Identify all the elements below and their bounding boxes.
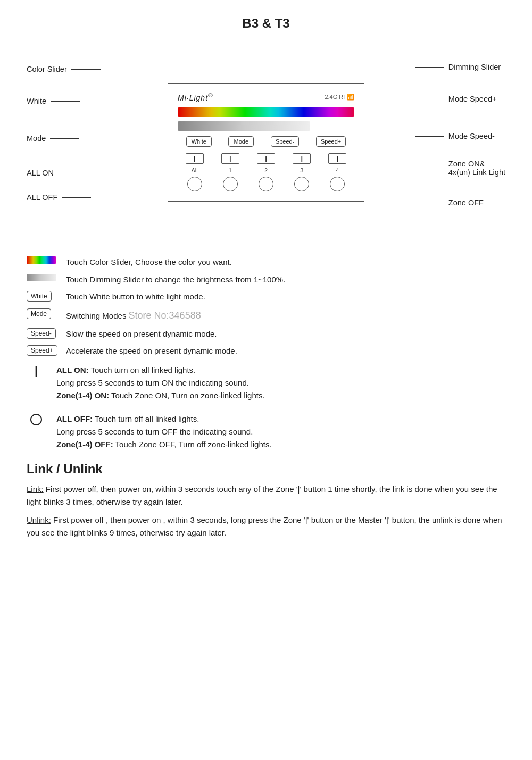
all-on-text1: Touch turn on all linked lights. (89, 365, 196, 374)
dimming-slider-bar[interactable] (178, 121, 310, 131)
all-off-bold2: Zone(1-4) OFF: (56, 440, 113, 449)
desc-section: Touch Color Slider, Choose the color you… (27, 256, 505, 357)
speed-minus-desc-text: Slow the speed on present dynamic mode. (66, 328, 217, 340)
mode-speed-plus-row: Mode Speed+ (415, 85, 505, 113)
white-label-row: White (27, 87, 101, 115)
all-off-text1: Touch turn off all linked lights. (93, 414, 199, 423)
color-slider-label: Color Slider (27, 65, 67, 73)
line-all-off (62, 197, 91, 198)
zone-row: | All | 1 | 2 | 3 (178, 153, 354, 191)
unlink-paragraph: Unlink: First power off , then power on … (27, 514, 505, 539)
mode-button[interactable]: Mode (228, 136, 254, 147)
all-on-text3: Touch Zone ON, Turn on zone-linked light… (109, 391, 264, 400)
all-off-text3: Touch Zone OFF, Turn off zone-linked lig… (113, 440, 272, 449)
mode-btn-icon: Mode (27, 308, 59, 319)
small-dim-strip (27, 274, 56, 281)
zone-off-2[interactable] (259, 177, 273, 191)
mode-label: Mode (27, 134, 46, 143)
small-color-strip (27, 256, 56, 264)
all-off-icon (27, 413, 46, 425)
zone-col-1: | 1 (213, 153, 247, 191)
button-row: White Mode Speed- Speed+ (178, 136, 354, 147)
dimming-slider-label-row: Dimming Slider (415, 55, 505, 79)
all-on-label: ALL ON (27, 169, 54, 177)
dim-desc-text: Touch Dimming Slider to change the brigh… (66, 274, 285, 286)
zone-on-label2: 4x(un) Link Light (448, 168, 505, 177)
zone-off-label: Zone OFF (448, 198, 484, 207)
speed-minus-btn-icon: Speed- (27, 328, 59, 339)
color-desc-row: Touch Color Slider, Choose the color you… (27, 256, 505, 269)
zone-on-2[interactable]: | (257, 153, 275, 164)
dim-desc-row: Touch Dimming Slider to change the brigh… (27, 274, 505, 286)
mode-speed-minus-row: Mode Speed- (415, 122, 505, 150)
speed-minus-btn-label[interactable]: Speed- (27, 328, 56, 339)
mode-speed-plus-label: Mode Speed+ (448, 95, 497, 103)
zone-off-row: Zone OFF (415, 191, 505, 214)
mode-speed-minus-label: Mode Speed- (448, 132, 495, 140)
line-mode-speed-minus (415, 136, 444, 137)
zone-col-4: | 4 (321, 153, 354, 191)
speed-minus-desc-row: Speed- Slow the speed on present dynamic… (27, 328, 505, 340)
mode-label-row: Mode (27, 124, 101, 152)
all-on-text2: Long press 5 seconds to turn ON the indi… (56, 378, 249, 387)
on-icon: | (35, 365, 38, 377)
speed-plus-button[interactable]: Speed+ (316, 136, 346, 147)
zone-off-4[interactable] (330, 177, 345, 191)
line-all-on (58, 173, 87, 173)
all-on-off-section: | ALL ON: Touch turn on all linked light… (27, 364, 505, 451)
remote-box: Mi·Light® 2.4G RF📶 White Mode Speed- Spe… (168, 83, 364, 202)
zone-label-4: 4 (336, 167, 339, 173)
zone-on-label: Zone ON& (448, 160, 505, 168)
zone-col-2: | 2 (249, 153, 282, 191)
white-btn-label[interactable]: White (27, 291, 52, 302)
zone-label-2: 2 (264, 167, 268, 173)
speed-minus-button[interactable]: Speed- (271, 136, 299, 147)
zone-on-3[interactable]: | (293, 153, 311, 164)
zone-on-all[interactable]: | (186, 153, 204, 164)
all-on-label-row: ALL ON (27, 162, 101, 184)
line-color-slider (71, 69, 101, 70)
rf-badge: 2.4G RF📶 (325, 94, 354, 101)
color-desc-text: Touch Color Slider, Choose the color you… (66, 256, 232, 269)
dimming-slider-label: Dimming Slider (448, 63, 501, 71)
page-title: B3 & T3 (27, 16, 505, 31)
remote-diagram: Color Slider White Mode ALL ON ALL OFF M… (27, 41, 505, 244)
speed-plus-btn-label[interactable]: Speed+ (27, 345, 57, 356)
all-on-bold2: Zone(1-4) ON: (56, 391, 109, 400)
zone-off-3[interactable] (294, 177, 309, 191)
zone-label-3: 3 (300, 167, 303, 173)
link-paragraph: Link: First power off, then power on, wi… (27, 483, 505, 508)
line-mode (50, 138, 79, 139)
mode-desc-row: Mode Switching Modes Store No:346588 (27, 308, 505, 323)
white-button[interactable]: White (186, 136, 212, 147)
line-white (51, 101, 80, 102)
unlink-text: First power off , then power on , within… (27, 515, 502, 537)
unlink-keyword: Unlink: (27, 515, 51, 524)
speed-plus-btn-icon: Speed+ (27, 345, 59, 356)
all-off-desc-row: ALL OFF: Touch turn off all linked light… (27, 413, 505, 451)
dim-strip-icon (27, 274, 59, 281)
white-desc-row: White Touch White button to white light … (27, 291, 505, 303)
right-labels: Dimming Slider Mode Speed+ Mode Speed- Z… (415, 55, 505, 214)
white-btn-icon: White (27, 291, 59, 302)
line-mode-speed-plus (415, 99, 444, 99)
all-off-text: ALL OFF: Touch turn off all linked light… (56, 413, 272, 451)
color-slider-bar[interactable] (178, 107, 354, 117)
zone-on-1[interactable]: | (221, 153, 239, 164)
link-keyword: Link: (27, 485, 44, 494)
zone-off-all[interactable] (187, 177, 202, 191)
zone-on-4[interactable]: | (328, 153, 346, 164)
store-watermark: Store No:346588 (129, 310, 201, 321)
off-icon (30, 414, 42, 425)
zone-col-all: | All (178, 153, 211, 191)
mode-btn-label[interactable]: Mode (27, 308, 51, 319)
link-title: Link / Unlink (27, 462, 505, 477)
zone-off-1[interactable] (223, 177, 238, 191)
color-slider-label-row: Color Slider (27, 57, 101, 81)
white-label: White (27, 97, 46, 105)
all-off-text2: Long press 5 seconds to turn OFF the ind… (56, 427, 253, 436)
all-off-label-row: ALL OFF (27, 186, 101, 208)
all-on-icon: | (27, 364, 46, 377)
remote-header: Mi·Light® 2.4G RF📶 (178, 91, 354, 102)
zone-on-row: Zone ON& 4x(un) Link Light (415, 160, 505, 187)
